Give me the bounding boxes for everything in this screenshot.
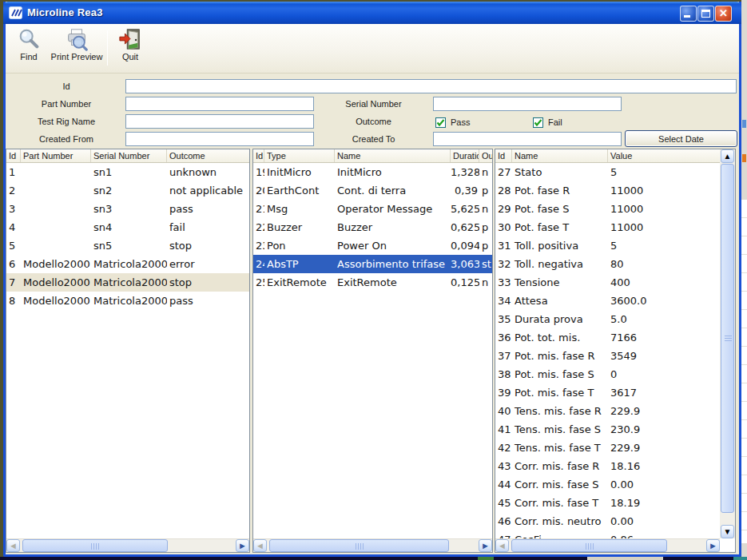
horizontal-scrollbar[interactable]: ◄ ► [253, 538, 492, 552]
table-row[interactable]: 36Pot. tot. mis.7166 [495, 328, 721, 347]
table-cell: n [479, 163, 492, 181]
table-row[interactable]: 8Modello2000Matricola2000pass [6, 292, 249, 310]
window-title: Microline Rea3 [27, 6, 103, 18]
scroll-right-button[interactable]: ► [479, 539, 492, 552]
table-row[interactable]: 28Pot. fase R11000 [495, 181, 721, 200]
scroll-right-button[interactable]: ► [236, 539, 249, 552]
table-row[interactable]: 22BuzzerBuzzer0,625p [253, 218, 492, 236]
column-header[interactable]: Value [608, 149, 721, 162]
table-row[interactable]: 33Tensione400 [495, 273, 721, 292]
fail-checkbox[interactable]: Fail [533, 115, 562, 129]
table-row[interactable]: 6Modello2000Matricola2000error [6, 255, 249, 273]
steps-panel: IdTypeNameDurationOu19InitMicroInitMicro… [252, 149, 493, 553]
test-rig-name-input[interactable] [125, 114, 314, 129]
table-row[interactable]: 34Attesa3600.0 [495, 292, 721, 310]
select-date-button[interactable]: Select Date [625, 130, 737, 147]
table-cell [21, 236, 91, 255]
scroll-down-button[interactable]: ▼ [721, 525, 734, 538]
horizontal-scrollbar[interactable]: ◄ ► [495, 538, 720, 552]
table-cell: p [479, 218, 492, 236]
table-cell: Pot. mis. fase T [512, 383, 608, 402]
scroll-left-button[interactable]: ◄ [495, 539, 509, 552]
scrollbar-thumb[interactable] [269, 539, 449, 552]
column-header[interactable]: Id [6, 149, 21, 162]
table-row[interactable]: 27Stato5 [495, 163, 721, 181]
scrollbar-thumb[interactable] [721, 164, 734, 513]
scrollbar-thumb[interactable] [511, 539, 667, 552]
table-row[interactable]: 20EarthContCont. di terra0,39p [253, 181, 492, 200]
column-header[interactable]: Ou [479, 149, 492, 162]
table-row[interactable]: 32Toll. negativa80 [495, 255, 721, 273]
maximize-button[interactable] [697, 6, 714, 22]
id-label: Id [8, 79, 125, 93]
table-row[interactable]: 1sn1unknown [6, 163, 249, 181]
table-row[interactable]: 39Pot. mis. fase T3617 [495, 383, 721, 402]
serial-number-input[interactable] [433, 97, 622, 111]
table-row[interactable]: 35Durata prova5.0 [495, 310, 721, 328]
table-row[interactable]: 7Modello2000Matricola2000stop [6, 273, 249, 292]
table-row[interactable]: 5sn5stop [6, 236, 249, 255]
table-row[interactable]: 4sn4fail [6, 218, 249, 236]
pass-checkbox[interactable]: Pass [435, 115, 470, 129]
table-cell: 38 [495, 365, 512, 383]
table-cell: 29 [495, 200, 512, 218]
column-header[interactable]: Type [264, 149, 335, 162]
table-row[interactable]: 45Corr. mis. fase T18.19 [495, 494, 721, 512]
table-cell: 80 [608, 255, 721, 273]
table-row[interactable]: 21MsgOperator Message5,625n [253, 200, 492, 218]
table-row[interactable]: 42Tens. mis. fase T229.9 [495, 439, 721, 457]
column-header[interactable]: Outcome [167, 149, 249, 162]
desktop-background [0, 557, 747, 560]
table-cell: Pot. fase S [512, 200, 608, 218]
table-row[interactable]: 44Corr. mis. fase S0.00 [495, 475, 721, 494]
scroll-left-button[interactable]: ◄ [253, 539, 267, 552]
id-input[interactable] [125, 79, 737, 93]
quit-button[interactable]: Quit [112, 27, 149, 70]
table-row[interactable]: 30Pot. fase T11000 [495, 218, 721, 236]
created-to-input[interactable] [433, 132, 622, 146]
column-header[interactable]: Part Number [21, 149, 91, 162]
table-row[interactable]: 29Pot. fase S11000 [495, 200, 721, 218]
table-cell: 28 [495, 181, 512, 200]
table-row[interactable]: 3sn3pass [6, 200, 249, 218]
column-header[interactable]: Id [495, 149, 512, 162]
table-row[interactable]: 46Corr. mis. neutro0.00 [495, 512, 721, 530]
column-header[interactable]: Duration [451, 149, 479, 162]
titlebar[interactable]: Microline Rea3 ✕ [3, 2, 741, 24]
table-row[interactable]: 43Corr. mis. fase R18.16 [495, 457, 721, 475]
table-row[interactable]: 37Pot. mis. fase R3549 [495, 347, 721, 365]
scroll-up-button[interactable]: ▲ [721, 149, 734, 163]
find-button[interactable]: Find [12, 27, 46, 70]
scroll-left-button[interactable]: ◄ [6, 539, 20, 552]
table-cell: Toll. positiva [512, 236, 608, 255]
column-header[interactable]: Id [253, 149, 264, 162]
scroll-right-button[interactable]: ► [706, 539, 720, 552]
table-row[interactable]: 2sn2not applicable [6, 181, 249, 200]
table-row[interactable]: 24AbsTPAssorbimento trifase3,063st [253, 255, 492, 273]
table-cell: Pot. tot. mis. [512, 328, 608, 347]
vertical-scrollbar[interactable]: ▲ ▼ [720, 149, 735, 538]
table-cell: Tens. mis. fase T [512, 439, 608, 457]
table-row[interactable]: 31Toll. positiva5 [495, 236, 721, 255]
close-button[interactable]: ✕ [715, 6, 732, 22]
part-number-input[interactable] [125, 97, 314, 111]
table-row[interactable]: 23PonPower On0,094p [253, 236, 492, 255]
table-cell: n [479, 200, 492, 218]
table-cell: Attesa [512, 292, 608, 310]
horizontal-scrollbar[interactable]: ◄ ► [6, 538, 249, 552]
table-cell: Stato [512, 163, 608, 181]
table-row[interactable]: 38Pot. mis. fase S0 [495, 365, 721, 383]
table-cell: Tens. mis. fase S [512, 420, 608, 439]
column-header[interactable]: Name [512, 149, 608, 162]
table-row[interactable]: 19InitMicroInitMicro1,328n [253, 163, 492, 181]
print-preview-button[interactable]: Print Preview [47, 27, 106, 70]
table-row[interactable]: 40Tens. mis. fase R229.9 [495, 402, 721, 420]
table-cell: 7166 [608, 328, 721, 347]
minimize-button[interactable] [680, 6, 697, 22]
column-header[interactable]: Serial Number [91, 149, 167, 162]
table-row[interactable]: 25ExitRemoteExitRemote0,125n [253, 273, 492, 292]
table-row[interactable]: 41Tens. mis. fase S230.9 [495, 420, 721, 439]
created-from-input[interactable] [125, 132, 314, 146]
scrollbar-thumb[interactable] [22, 539, 168, 552]
column-header[interactable]: Name [335, 149, 451, 162]
